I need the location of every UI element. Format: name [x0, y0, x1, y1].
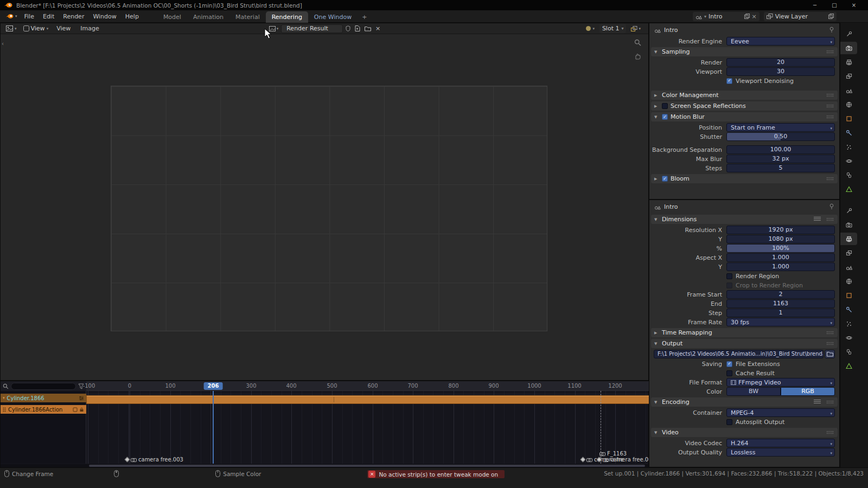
unlink-image-button[interactable]: × [374, 24, 382, 33]
editor-type-button[interactable]: ▾ [3, 25, 20, 32]
output-quality-dropdown[interactable]: Lossless▾ [726, 448, 835, 457]
particles-tab-icon[interactable] [840, 140, 857, 153]
fake-user-icon[interactable] [344, 25, 352, 32]
file-extensions-checkbox[interactable]: ✓ [726, 361, 732, 367]
section-dimensions[interactable]: ▼ Dimensions [651, 215, 838, 224]
mb-maxblur-field[interactable]: 32 px [726, 155, 835, 163]
video-codec-dropdown[interactable]: H.264▾ [726, 439, 835, 447]
file-format-dropdown[interactable]: FFmpeg Video ▾ [726, 378, 835, 387]
section-encoding[interactable]: ▼ Encoding [651, 397, 838, 407]
render-tab-icon[interactable] [840, 42, 857, 54]
mb-bgsep-field[interactable]: 100.00 [726, 145, 835, 154]
panel-grip-icon[interactable] [826, 331, 834, 335]
render-engine-dropdown[interactable]: Eevee▾ [726, 37, 835, 46]
editor-mode-dropdown[interactable]: View ▾ [21, 24, 52, 33]
mb-shutter-slider[interactable]: 0.50 [726, 132, 835, 141]
output-path-field[interactable]: F:\1 Projects\2 Videos\06.5 Animatio...i… [654, 350, 824, 358]
section-sampling[interactable]: ▼ Sampling [651, 47, 838, 56]
image-canvas[interactable]: ‹ [1, 34, 648, 380]
panel-grip-icon[interactable] [826, 104, 834, 108]
presets-icon[interactable] [814, 400, 821, 404]
tool-tab-icon[interactable] [840, 28, 857, 40]
render-region-checkbox[interactable] [726, 273, 732, 279]
modifiers-tab-icon[interactable] [840, 126, 857, 139]
constraints-tab-icon[interactable] [840, 169, 857, 181]
menu-help[interactable]: Help [121, 12, 143, 21]
panel-grip-icon[interactable] [826, 431, 834, 435]
world-tab-icon[interactable] [840, 98, 857, 111]
timeline-marker[interactable]: camera free.005 [597, 457, 655, 463]
autosplit-checkbox[interactable] [726, 419, 732, 425]
color-rgb-button[interactable]: RGB [781, 387, 835, 396]
view-layer-selector[interactable]: View Layer [764, 12, 837, 21]
current-frame-badge[interactable]: 206 [204, 382, 223, 390]
panel-grip-icon[interactable] [826, 177, 834, 181]
render-tab-icon[interactable] [840, 219, 857, 231]
aspect-x-field[interactable]: 1.000 [726, 253, 835, 262]
browse-folder-button[interactable] [825, 350, 835, 358]
app-menu-button[interactable]: ▾ [3, 13, 20, 20]
crop-region-checkbox[interactable] [726, 282, 732, 288]
particles-tab-icon[interactable] [840, 317, 857, 330]
resolution-pct-slider[interactable]: 100% [726, 244, 835, 253]
object-data-tab-icon[interactable] [840, 183, 857, 195]
output-tab-icon[interactable] [840, 56, 857, 68]
frame-start-field[interactable]: 2 [726, 290, 835, 299]
aspect-y-field[interactable]: 1.000 [726, 262, 835, 271]
slot-dropdown[interactable]: Slot 1 ▾ [599, 24, 627, 33]
modifiers-tab-icon[interactable] [840, 303, 857, 316]
workspace-tab-one-window[interactable]: One Window [308, 11, 358, 23]
bloom-checkbox[interactable]: ✓ [662, 176, 668, 182]
pin-icon[interactable] [829, 27, 834, 33]
sidebar-collapse-icon[interactable]: ‹ [2, 41, 4, 47]
panel-grip-icon[interactable] [826, 93, 834, 98]
output-tab-icon[interactable] [840, 233, 857, 245]
timeline-marker[interactable]: camera free.003 [125, 457, 183, 463]
image-name-field[interactable]: Render Result [281, 24, 343, 33]
world-tab-icon[interactable] [840, 275, 857, 287]
workspace-tab-rendering[interactable]: Rendering [266, 11, 308, 23]
constraints-tab-icon[interactable] [840, 345, 857, 358]
open-image-button[interactable] [363, 25, 373, 32]
frame-step-field[interactable]: 1 [726, 309, 835, 317]
mb-steps-field[interactable]: 5 [726, 164, 835, 172]
color-bw-button[interactable]: BW [726, 387, 781, 396]
panel-grip-icon[interactable] [826, 342, 834, 346]
mute-icon[interactable] [73, 407, 78, 412]
motion-blur-checkbox[interactable]: ✓ [662, 114, 668, 120]
section-video[interactable]: ▼ Video [651, 428, 838, 437]
view-layer-tab-icon[interactable] [840, 70, 857, 82]
container-dropdown[interactable]: MPEG-4▾ [726, 408, 835, 417]
viewport-denoising-checkbox[interactable]: ✓ [726, 78, 732, 84]
scene-tab-icon[interactable] [840, 261, 857, 273]
object-data-tab-icon[interactable] [840, 359, 857, 372]
new-image-button[interactable] [353, 25, 362, 32]
panel-grip-icon[interactable] [826, 115, 834, 119]
browse-image-button[interactable]: ▾ [267, 25, 280, 32]
physics-tab-icon[interactable] [840, 155, 857, 167]
section-motion-blur[interactable]: ▼ ✓ Motion Blur [651, 112, 838, 121]
playhead-line[interactable] [213, 391, 214, 464]
add-workspace-button[interactable]: + [358, 11, 371, 23]
section-screen-space-reflections[interactable]: ▶ Screen Space Reflections [651, 101, 838, 111]
zoom-icon[interactable] [634, 39, 641, 46]
resolution-y-field[interactable]: 1080 px [726, 235, 835, 243]
resolution-x-field[interactable]: 1920 px [726, 226, 835, 234]
panel-grip-icon[interactable] [826, 400, 834, 404]
disclosure-triangle-icon[interactable]: ▾ [3, 396, 5, 400]
view-layer-dropdown[interactable]: ▾ [629, 25, 642, 32]
menu-render[interactable]: Render [59, 12, 88, 21]
render-samples-field[interactable]: 20 [726, 58, 835, 67]
menu-edit[interactable]: Edit [39, 12, 59, 21]
pin-icon[interactable] [829, 203, 834, 210]
menu-image[interactable]: Image [76, 24, 103, 33]
view-layer-tab-icon[interactable] [840, 247, 857, 259]
action-strip[interactable] [86, 395, 649, 404]
workspace-tab-material[interactable]: Material [229, 11, 266, 23]
presets-icon[interactable] [814, 217, 821, 222]
section-bloom[interactable]: ▶ ✓ Bloom [651, 174, 838, 183]
cache-result-checkbox[interactable] [726, 370, 732, 376]
track-channel-row[interactable]: ▾ Cylinder.1866 [1, 394, 86, 402]
minimize-button[interactable]: ─ [805, 2, 825, 8]
section-output[interactable]: ▼ Output [651, 339, 838, 348]
